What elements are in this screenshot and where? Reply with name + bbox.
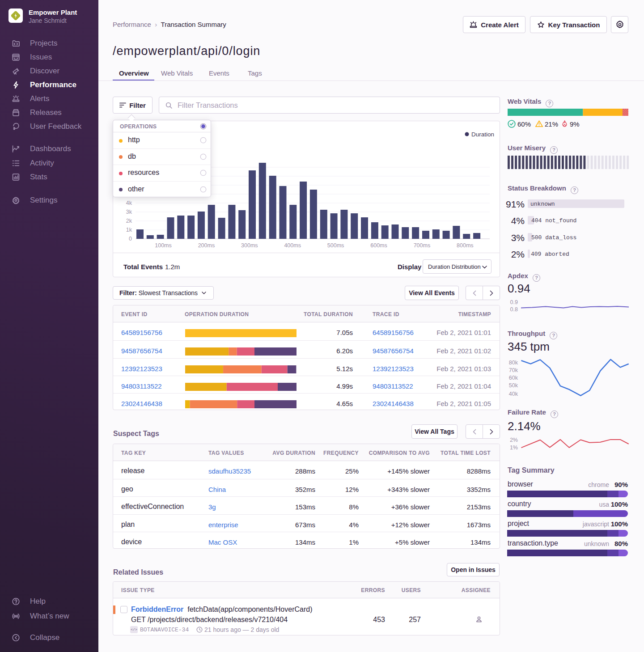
svg-text:400ms: 400ms xyxy=(284,242,301,249)
svg-text:40k: 40k xyxy=(509,391,518,397)
svg-text:300ms: 300ms xyxy=(241,242,258,249)
svg-text:200ms: 200ms xyxy=(198,242,215,249)
svg-text:100ms: 100ms xyxy=(155,242,172,249)
svg-text:70k: 70k xyxy=(509,367,518,373)
svg-text:3k: 3k xyxy=(126,209,132,215)
svg-text:60k: 60k xyxy=(509,375,518,381)
svg-text:0: 0 xyxy=(129,236,132,242)
svg-text:1%: 1% xyxy=(510,445,518,451)
svg-text:600ms: 600ms xyxy=(370,242,387,249)
svg-text:80k: 80k xyxy=(509,360,518,366)
svg-text:Duration: Duration xyxy=(471,131,494,138)
svg-text:0.8: 0.8 xyxy=(510,306,518,313)
svg-text:1k: 1k xyxy=(126,227,132,233)
svg-text:2%: 2% xyxy=(510,437,518,443)
svg-text:50k: 50k xyxy=(509,382,518,389)
svg-text:0.9: 0.9 xyxy=(510,299,518,305)
svg-text:4k: 4k xyxy=(126,200,132,206)
svg-text:800ms: 800ms xyxy=(457,242,474,249)
svg-text:700ms: 700ms xyxy=(414,242,431,249)
svg-text:2k: 2k xyxy=(126,218,132,224)
svg-text:500ms: 500ms xyxy=(327,242,344,249)
